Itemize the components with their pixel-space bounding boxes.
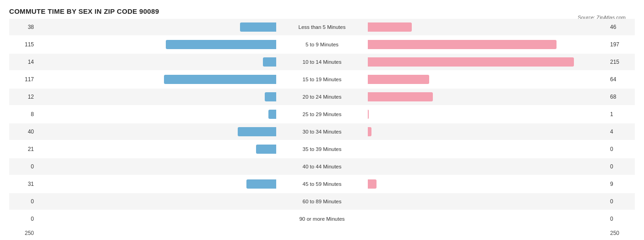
female-value: 0 <box>607 198 635 205</box>
male-value: 12 <box>9 94 37 100</box>
row-inner: 0 60 to 89 Minutes 0 <box>9 195 635 208</box>
chart-row: 38 Less than 5 Minutes 46 <box>9 19 635 35</box>
chart-row: 8 25 to 29 Minutes 1 <box>9 106 635 123</box>
female-value: 64 <box>607 76 635 83</box>
row-label: 25 to 29 Minutes <box>276 112 368 117</box>
row-inner: 40 30 to 34 Minutes 4 <box>9 125 635 138</box>
chart-row: 31 45 to 59 Minutes 9 <box>9 176 635 192</box>
female-value: 215 <box>607 59 635 65</box>
male-bar <box>164 75 276 84</box>
chart-title: COMMUTE TIME BY SEX IN ZIP CODE 90089 <box>9 7 635 15</box>
row-inner: 117 15 to 19 Minutes 64 <box>9 73 635 86</box>
axis-row: 250 250 <box>9 230 635 236</box>
female-bar-wrap <box>368 75 607 84</box>
female-bar <box>368 127 371 136</box>
row-inner: 115 5 to 9 Minutes 197 <box>9 38 635 51</box>
row-label: Less than 5 Minutes <box>276 24 368 30</box>
chart-row: 0 60 to 89 Minutes 0 <box>9 193 635 210</box>
female-value: 46 <box>607 24 635 30</box>
row-label: 20 to 24 Minutes <box>276 94 368 100</box>
chart-row: 14 10 to 14 Minutes 215 <box>9 54 635 70</box>
row-inner: 38 Less than 5 Minutes 46 <box>9 21 635 33</box>
female-bar-wrap <box>368 22 607 32</box>
row-inner: 12 20 to 24 Minutes 68 <box>9 90 635 103</box>
female-bar <box>368 92 433 101</box>
female-bar <box>368 22 412 32</box>
male-bar-wrap <box>37 197 276 206</box>
bars-area: 10 to 14 Minutes <box>37 56 607 68</box>
male-bar <box>265 92 276 101</box>
male-bar-wrap <box>37 110 276 119</box>
female-value: 0 <box>607 146 635 152</box>
female-bar-wrap <box>368 110 607 119</box>
male-value: 117 <box>9 76 37 83</box>
female-bar <box>368 179 377 189</box>
row-label: 45 to 59 Minutes <box>276 181 368 187</box>
row-label: 40 to 44 Minutes <box>276 164 368 169</box>
axis-left-label: 250 <box>9 230 37 236</box>
bars-area: 35 to 39 Minutes <box>37 143 607 156</box>
male-bar-wrap <box>37 75 276 84</box>
male-bar <box>263 57 276 67</box>
row-inner: 8 25 to 29 Minutes 1 <box>9 108 635 121</box>
female-bar-wrap <box>368 127 607 136</box>
male-bar-wrap <box>37 127 276 136</box>
chart-row: 21 35 to 39 Minutes 0 <box>9 141 635 157</box>
row-inner: 31 45 to 59 Minutes 9 <box>9 178 635 190</box>
row-label: 35 to 39 Minutes <box>276 146 368 152</box>
row-inner: 0 90 or more Minutes 0 <box>9 212 635 225</box>
bars-area: 45 to 59 Minutes <box>37 178 607 190</box>
female-value: 197 <box>607 41 635 48</box>
male-bar-wrap <box>37 162 276 171</box>
bars-area: 40 to 44 Minutes <box>37 160 607 173</box>
female-bar-wrap <box>368 214 607 223</box>
female-value: 4 <box>607 128 635 135</box>
row-label: 15 to 19 Minutes <box>276 77 368 82</box>
female-value: 68 <box>607 94 635 100</box>
bars-area: 20 to 24 Minutes <box>37 90 607 103</box>
male-bar-wrap <box>37 179 276 189</box>
bars-area: 30 to 34 Minutes <box>37 125 607 138</box>
male-bar-wrap <box>37 57 276 67</box>
row-label: 5 to 9 Minutes <box>276 42 368 47</box>
row-inner: 21 35 to 39 Minutes 0 <box>9 143 635 156</box>
female-bar-wrap <box>368 179 607 189</box>
female-bar <box>368 75 429 84</box>
female-bar-wrap <box>368 57 607 67</box>
male-value: 21 <box>9 146 37 152</box>
male-bar-wrap <box>37 92 276 101</box>
female-value: 0 <box>607 163 635 170</box>
bars-area: 15 to 19 Minutes <box>37 73 607 86</box>
female-bar-wrap <box>368 145 607 154</box>
male-value: 0 <box>9 216 37 222</box>
chart-row: 12 20 to 24 Minutes 68 <box>9 89 635 105</box>
female-bar-wrap <box>368 162 607 171</box>
male-bar-wrap <box>37 145 276 154</box>
female-bar <box>368 57 574 67</box>
female-bar-wrap <box>368 92 607 101</box>
female-bar-wrap <box>368 197 607 206</box>
chart-area: 38 Less than 5 Minutes 46 115 5 to 9 Min… <box>9 19 635 227</box>
chart-row: 117 15 to 19 Minutes 64 <box>9 71 635 88</box>
bars-area: 60 to 89 Minutes <box>37 195 607 208</box>
male-value: 40 <box>9 128 37 135</box>
chart-row: 115 5 to 9 Minutes 197 <box>9 36 635 53</box>
male-value: 0 <box>9 163 37 170</box>
bars-area: 90 or more Minutes <box>37 212 607 225</box>
female-value: 9 <box>607 181 635 187</box>
chart-row: 0 40 to 44 Minutes 0 <box>9 158 635 175</box>
female-bar-wrap <box>368 40 607 49</box>
female-bar <box>368 110 369 119</box>
row-label: 30 to 34 Minutes <box>276 129 368 134</box>
male-bar <box>238 127 276 136</box>
male-bar <box>268 110 276 119</box>
male-value: 8 <box>9 111 37 117</box>
male-value: 115 <box>9 41 37 48</box>
male-bar <box>256 145 276 154</box>
male-bar-wrap <box>37 22 276 32</box>
female-value: 0 <box>607 216 635 222</box>
chart-row: 40 30 to 34 Minutes 4 <box>9 123 635 140</box>
male-value: 0 <box>9 198 37 205</box>
row-label: 60 to 89 Minutes <box>276 199 368 204</box>
row-inner: 0 40 to 44 Minutes 0 <box>9 160 635 173</box>
